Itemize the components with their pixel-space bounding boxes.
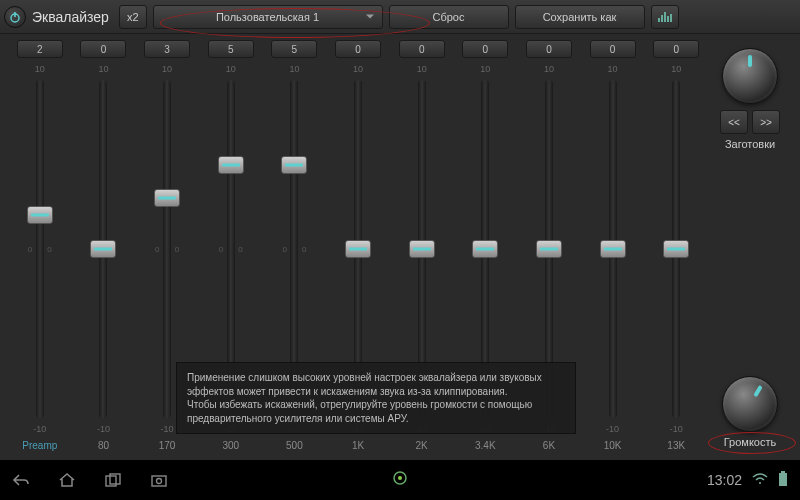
tooltip-line: Чтобы избежать искажений, отрегулируйте … xyxy=(187,398,565,425)
presets-label: Заготовки xyxy=(725,138,775,150)
volume-knob-group: Громкость xyxy=(722,376,778,448)
slider-value[interactable]: 3 xyxy=(144,40,190,58)
slider-track[interactable]: 0 0 xyxy=(609,80,617,418)
system-bar: 13:02 xyxy=(0,460,800,500)
scale-min: -10 xyxy=(33,424,46,434)
clock: 13:02 xyxy=(707,472,742,488)
slider-thumb[interactable] xyxy=(218,156,244,174)
scale-max: 10 xyxy=(289,64,299,74)
slider-value[interactable]: 0 xyxy=(590,40,636,58)
battery-icon xyxy=(778,471,788,490)
slider-value[interactable]: 5 xyxy=(208,40,254,58)
slider-track[interactable]: 0 0 xyxy=(99,80,107,418)
screenshot-icon[interactable] xyxy=(150,471,168,489)
frequency-label: 80 xyxy=(98,440,109,454)
frequency-label: 6K xyxy=(543,440,555,454)
slider-value[interactable]: 0 xyxy=(335,40,381,58)
frequency-label: Preamp xyxy=(22,440,57,454)
presets-knob[interactable] xyxy=(722,48,778,104)
scale-max: 10 xyxy=(226,64,236,74)
reset-button[interactable]: Сброс xyxy=(389,5,509,29)
preset-next-button[interactable]: >> xyxy=(752,110,780,134)
toolbar: Эквалайзер x2 Пользовательская 1 Сброс С… xyxy=(0,0,800,34)
svg-rect-10 xyxy=(781,471,785,473)
spectrum-icon xyxy=(658,12,672,22)
slider-thumb[interactable] xyxy=(409,240,435,258)
slider-thumb[interactable] xyxy=(663,240,689,258)
save-as-button[interactable]: Сохранить как xyxy=(515,5,645,29)
slider-thumb[interactable] xyxy=(281,156,307,174)
presets-knob-group: << >> Заготовки xyxy=(720,48,780,150)
slider-value[interactable]: 0 xyxy=(653,40,699,58)
slider-thumb[interactable] xyxy=(600,240,626,258)
slider-track[interactable]: 0 0 xyxy=(672,80,680,418)
slider-thumb[interactable] xyxy=(90,240,116,258)
frequency-label: 170 xyxy=(159,440,176,454)
spectrum-button[interactable] xyxy=(651,5,679,29)
svg-point-5 xyxy=(157,479,162,484)
frequency-label: 300 xyxy=(222,440,239,454)
volume-knob[interactable] xyxy=(722,376,778,432)
right-panel: << >> Заготовки Громкость xyxy=(708,40,792,454)
slider-thumb[interactable] xyxy=(536,240,562,258)
tooltip-line: Применение слишком высоких уровней настр… xyxy=(187,371,565,398)
scale-min: -10 xyxy=(670,424,683,434)
frequency-label: 1K xyxy=(352,440,364,454)
multiplier-button[interactable]: x2 xyxy=(119,5,147,29)
scale-max: 10 xyxy=(98,64,108,74)
player-indicator-icon[interactable] xyxy=(392,470,408,490)
back-icon[interactable] xyxy=(12,471,30,489)
frequency-label: 3.4K xyxy=(475,440,496,454)
scale-min: -10 xyxy=(161,424,174,434)
slider-column: 2 10 0 0 -10 Preamp xyxy=(8,40,72,454)
page-title: Эквалайзер xyxy=(32,9,109,25)
recent-apps-icon[interactable] xyxy=(104,471,122,489)
scale-max: 10 xyxy=(35,64,45,74)
slider-column: 0 10 0 0 -10 13K xyxy=(644,40,708,454)
scale-max: 10 xyxy=(162,64,172,74)
slider-value[interactable]: 0 xyxy=(462,40,508,58)
scale-max: 10 xyxy=(353,64,363,74)
slider-thumb[interactable] xyxy=(345,240,371,258)
scale-min: -10 xyxy=(97,424,110,434)
slider-value[interactable]: 2 xyxy=(17,40,63,58)
svg-rect-4 xyxy=(152,476,166,486)
svg-rect-9 xyxy=(779,473,787,486)
slider-thumb[interactable] xyxy=(27,206,53,224)
frequency-label: 2K xyxy=(416,440,428,454)
preset-prev-button[interactable]: << xyxy=(720,110,748,134)
frequency-label: 13K xyxy=(667,440,685,454)
scale-max: 10 xyxy=(608,64,618,74)
slider-value[interactable]: 0 xyxy=(526,40,572,58)
home-icon[interactable] xyxy=(58,471,76,489)
slider-thumb[interactable] xyxy=(472,240,498,258)
scale-max: 10 xyxy=(671,64,681,74)
slider-column: 0 10 0 0 -10 10K xyxy=(581,40,645,454)
scale-min: -10 xyxy=(606,424,619,434)
svg-point-8 xyxy=(759,482,761,484)
preset-dropdown[interactable]: Пользовательская 1 xyxy=(153,5,383,29)
wifi-icon xyxy=(752,472,768,488)
preset-dropdown-label: Пользовательская 1 xyxy=(216,11,319,23)
warning-tooltip: Применение слишком высоких уровней настр… xyxy=(176,362,576,434)
svg-point-7 xyxy=(398,476,402,480)
frequency-label: 10K xyxy=(604,440,622,454)
scale-max: 10 xyxy=(417,64,427,74)
volume-label: Громкость xyxy=(724,436,776,448)
slider-value[interactable]: 0 xyxy=(399,40,445,58)
power-button[interactable] xyxy=(4,6,26,28)
slider-track[interactable]: 0 0 xyxy=(163,80,171,418)
slider-column: 0 10 0 0 -10 80 xyxy=(72,40,136,454)
scale-max: 10 xyxy=(544,64,554,74)
slider-track[interactable]: 0 0 xyxy=(36,80,44,418)
slider-thumb[interactable] xyxy=(154,189,180,207)
frequency-label: 500 xyxy=(286,440,303,454)
slider-value[interactable]: 5 xyxy=(271,40,317,58)
slider-value[interactable]: 0 xyxy=(80,40,126,58)
scale-max: 10 xyxy=(480,64,490,74)
